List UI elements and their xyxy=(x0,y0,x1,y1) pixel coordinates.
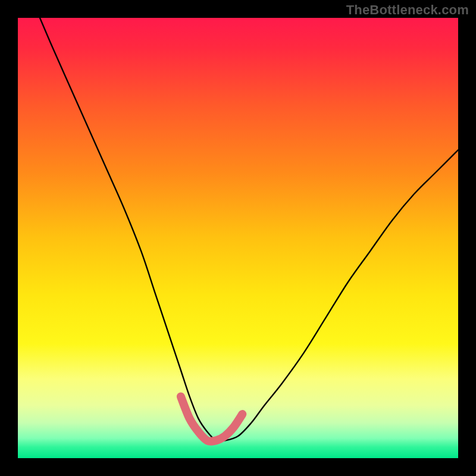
outer-frame: TheBottleneck.com xyxy=(0,0,476,476)
plot-area xyxy=(18,18,458,458)
gradient-background xyxy=(18,18,458,458)
watermark-text: TheBottleneck.com xyxy=(346,2,469,18)
chart-svg xyxy=(18,18,458,458)
